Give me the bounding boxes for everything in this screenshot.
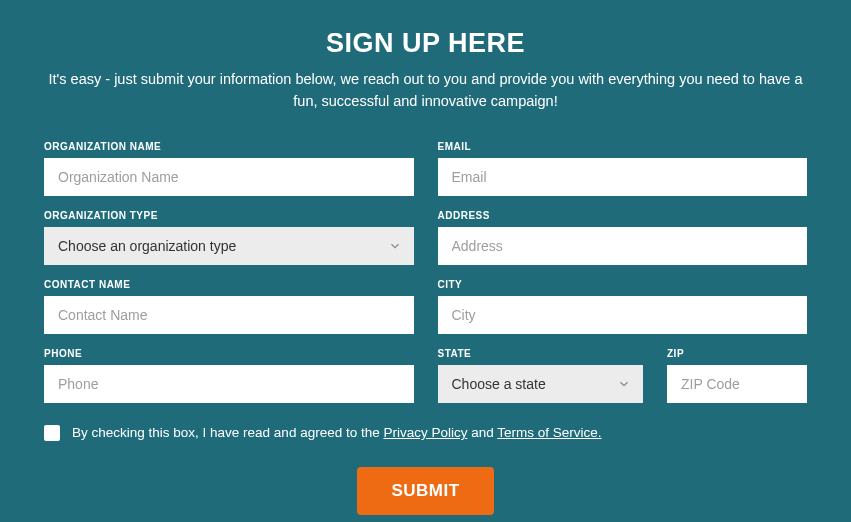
page-title: SIGN UP HERE [44,28,807,59]
page-subtitle: It's easy - just submit your information… [46,69,806,113]
terms-of-service-link[interactable]: Terms of Service. [497,425,601,440]
state-select[interactable]: Choose a state [438,365,644,403]
consent-checkbox[interactable] [44,425,60,441]
email-label: EMAIL [438,141,808,152]
consent-mid: and [467,425,497,440]
contact-name-input[interactable] [44,296,414,334]
email-input[interactable] [438,158,808,196]
right-column: EMAIL ADDRESS CITY STATE Choose a state [438,141,808,417]
zip-input[interactable] [667,365,807,403]
privacy-policy-link[interactable]: Privacy Policy [383,425,467,440]
consent-text: By checking this box, I have read and ag… [72,425,602,440]
state-label: STATE [438,348,644,359]
zip-label: ZIP [667,348,807,359]
organization-type-value: Choose an organization type [44,227,414,265]
phone-label: PHONE [44,348,414,359]
contact-name-label: CONTACT NAME [44,279,414,290]
city-label: CITY [438,279,808,290]
city-input[interactable] [438,296,808,334]
state-value: Choose a state [438,365,644,403]
address-input[interactable] [438,227,808,265]
organization-type-label: ORGANIZATION TYPE [44,210,414,221]
submit-button[interactable]: SUBMIT [357,467,493,515]
consent-prefix: By checking this box, I have read and ag… [72,425,383,440]
organization-name-input[interactable] [44,158,414,196]
address-label: ADDRESS [438,210,808,221]
organization-type-select[interactable]: Choose an organization type [44,227,414,265]
phone-input[interactable] [44,365,414,403]
organization-name-label: ORGANIZATION NAME [44,141,414,152]
consent-row: By checking this box, I have read and ag… [44,425,807,441]
left-column: ORGANIZATION NAME ORGANIZATION TYPE Choo… [44,141,414,417]
